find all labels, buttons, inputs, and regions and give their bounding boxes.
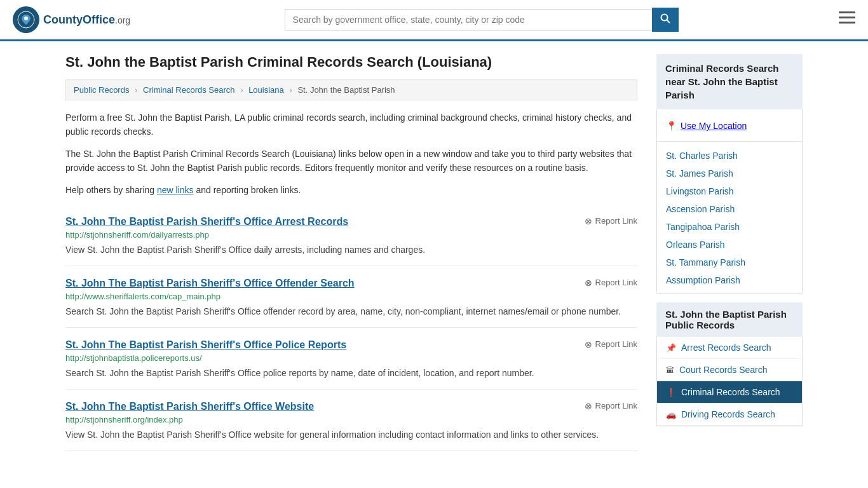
breadcrumb-louisiana[interactable]: Louisiana	[248, 85, 284, 95]
sidebar-public-records-links: 📌Arrest Records Search🏛Court Records Sea…	[656, 337, 803, 426]
report-link-3[interactable]: ⊗ Report Link	[585, 401, 637, 411]
main-wrapper: St. John the Baptist Parish Criminal Rec…	[53, 41, 815, 464]
report-label-3: Report Link	[595, 401, 637, 410]
public-records-link-item[interactable]: 🚗Driving Records Search	[657, 403, 802, 426]
pr-link-1[interactable]: Court Records Search	[679, 365, 768, 375]
report-icon-0: ⊗	[585, 216, 592, 226]
result-url-3[interactable]: http://stjohnsheriff.org/index.php	[65, 415, 637, 424]
results-list: St. John The Baptist Parish Sheriff's Of…	[65, 205, 637, 451]
nearby-list: St. Charles ParishSt. James ParishLiving…	[657, 147, 802, 289]
report-icon-2: ⊗	[585, 339, 592, 349]
breadcrumb: Public Records › Criminal Records Search…	[65, 79, 637, 100]
breadcrumb-criminal-records[interactable]: Criminal Records Search	[143, 85, 235, 95]
svg-rect-6	[839, 22, 855, 24]
result-desc-2: Search St. John the Baptist Parish Sheri…	[65, 367, 637, 380]
public-records-link-item[interactable]: 🏛Court Records Search	[657, 359, 802, 381]
sidebar-nearby-item: Orleans Parish	[657, 236, 802, 254]
sidebar-nearby-header: Criminal Records Search near St. John th…	[656, 54, 803, 109]
svg-rect-4	[839, 11, 855, 13]
result-header: St. John The Baptist Parish Sheriff's Of…	[65, 278, 637, 289]
description-2: The St. John the Baptist Parish Criminal…	[65, 147, 637, 175]
result-header: St. John The Baptist Parish Sheriff's Of…	[65, 339, 637, 351]
public-records-link-item[interactable]: 📌Arrest Records Search	[657, 337, 802, 359]
pr-link-2[interactable]: Criminal Records Search	[681, 387, 780, 397]
breadcrumb-sep-3: ›	[289, 85, 292, 95]
result-title-0[interactable]: St. John The Baptist Parish Sheriff's Of…	[65, 216, 348, 227]
nearby-link-6[interactable]: St. Tammany Parish	[666, 257, 745, 268]
search-input[interactable]	[285, 9, 652, 30]
report-link-0[interactable]: ⊗ Report Link	[585, 216, 637, 226]
sidebar-nearby-item: Assumption Parish	[657, 271, 802, 289]
sidebar-nearby-item: Ascension Parish	[657, 200, 802, 218]
sidebar-divider-1	[657, 141, 802, 142]
result-url-0[interactable]: http://stjohnsheriff.com/dailyarrests.ph…	[65, 230, 637, 240]
nearby-link-4[interactable]: Tangipahoa Parish	[666, 222, 740, 232]
result-item: St. John The Baptist Parish Sheriff's Of…	[65, 205, 637, 266]
search-area	[285, 8, 679, 32]
page-title: St. John the Baptist Parish Criminal Rec…	[65, 54, 637, 71]
result-item: St. John The Baptist Parish Sheriff's Of…	[65, 328, 637, 390]
report-link-1[interactable]: ⊗ Report Link	[585, 278, 637, 288]
pr-icon-3: 🚗	[666, 410, 676, 419]
svg-rect-5	[839, 17, 855, 18]
breadcrumb-sep-1: ›	[135, 85, 137, 95]
sidebar-public-records-header: St. John the Baptist Parish Public Recor…	[656, 302, 803, 337]
nearby-link-0[interactable]: St. Charles Parish	[666, 151, 738, 161]
nearby-link-3[interactable]: Ascension Parish	[666, 204, 735, 214]
pr-link-3[interactable]: Driving Records Search	[681, 409, 775, 419]
result-title-2[interactable]: St. John The Baptist Parish Sheriff's Of…	[65, 339, 346, 351]
nearby-link-5[interactable]: Orleans Parish	[666, 240, 725, 250]
svg-point-1	[24, 17, 28, 20]
content-area: St. John the Baptist Parish Criminal Rec…	[65, 54, 637, 451]
logo-area: CountyOffice.org	[13, 6, 130, 33]
result-header: St. John The Baptist Parish Sheriff's Of…	[65, 401, 637, 412]
hamburger-menu-icon[interactable]	[839, 11, 855, 28]
report-label-0: Report Link	[595, 216, 637, 226]
sidebar-nearby-item: St. Charles Parish	[657, 147, 802, 165]
result-title-3[interactable]: St. John The Baptist Parish Sheriff's Of…	[65, 401, 314, 412]
location-icon: 📍	[666, 121, 677, 131]
sidebar-nearby-item: Tangipahoa Parish	[657, 218, 802, 236]
breadcrumb-sep-2: ›	[240, 85, 243, 95]
description-3: Help others by sharing new links and rep…	[65, 183, 637, 197]
result-item: St. John The Baptist Parish Sheriff's Of…	[65, 390, 637, 451]
sidebar-nearby-links: 📍 Use My Location St. Charles ParishSt. …	[656, 109, 803, 294]
sidebar-nearby-item: St. Tammany Parish	[657, 254, 802, 271]
report-icon-3: ⊗	[585, 401, 592, 411]
search-button[interactable]	[652, 8, 679, 32]
pr-icon-2: ❗	[666, 388, 676, 397]
report-label-1: Report Link	[595, 278, 637, 287]
result-desc-1: Search St. John the Baptist Parish Sheri…	[65, 305, 637, 318]
pr-link-0[interactable]: Arrest Records Search	[681, 342, 771, 353]
result-desc-3: View St. John the Baptist Parish Sheriff…	[65, 428, 637, 442]
report-icon-1: ⊗	[585, 278, 592, 288]
pr-icon-0: 📌	[666, 343, 676, 353]
header: CountyOffice.org	[0, 0, 868, 41]
breadcrumb-public-records[interactable]: Public Records	[74, 85, 129, 95]
nearby-link-7[interactable]: Assumption Parish	[666, 275, 740, 285]
report-link-2[interactable]: ⊗ Report Link	[585, 339, 637, 349]
result-title-1[interactable]: St. John The Baptist Parish Sheriff's Of…	[65, 278, 355, 289]
result-item: St. John The Baptist Parish Sheriff's Of…	[65, 266, 637, 328]
svg-line-3	[667, 20, 670, 24]
result-desc-0: View St. John the Baptist Parish Sheriff…	[65, 243, 637, 257]
use-my-location[interactable]: 📍 Use My Location	[657, 116, 802, 136]
sidebar-nearby-item: St. James Parish	[657, 165, 802, 182]
sidebar: Criminal Records Search near St. John th…	[656, 54, 803, 451]
nearby-link-2[interactable]: Livingston Parish	[666, 186, 734, 196]
public-records-link-item[interactable]: ❗Criminal Records Search	[657, 381, 802, 403]
breadcrumb-current: St. John the Baptist Parish	[297, 85, 395, 95]
description-1: Perform a free St. John the Baptist Pari…	[65, 111, 637, 139]
logo-text: CountyOffice.org	[43, 13, 130, 27]
nearby-link-1[interactable]: St. James Parish	[666, 168, 733, 179]
logo-icon	[13, 6, 39, 33]
use-location-link[interactable]: Use My Location	[681, 121, 747, 131]
pr-icon-1: 🏛	[666, 365, 674, 375]
report-label-2: Report Link	[595, 339, 637, 349]
sidebar-nearby-item: Livingston Parish	[657, 182, 802, 200]
new-links-link[interactable]: new links	[157, 185, 194, 195]
result-url-1[interactable]: http://www.sheriffalerts.com/cap_main.ph…	[65, 292, 637, 301]
svg-point-2	[661, 15, 667, 21]
result-url-2[interactable]: http://stjohnbaptistla.policereports.us/	[65, 353, 637, 363]
result-header: St. John The Baptist Parish Sheriff's Of…	[65, 216, 637, 227]
